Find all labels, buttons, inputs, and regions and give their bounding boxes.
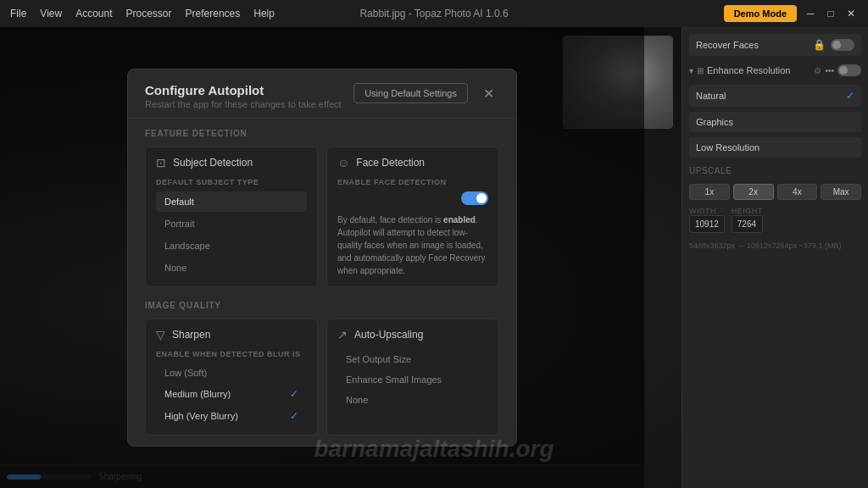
sharpen-icon: ▽ — [156, 328, 165, 341]
natural-item: Natural ✓ — [689, 85, 861, 107]
titlebar: File View Account Processor Preferences … — [0, 0, 868, 27]
face-detection-header: ☺ Face Detection — [337, 156, 488, 169]
auto-upscaling-title: Auto-Upscaling — [354, 329, 423, 341]
configure-autopilot-modal: Configure Autopilot Restart the app for … — [127, 69, 517, 446]
modal-title: Configure Autopilot — [145, 83, 344, 97]
subject-option-default[interactable]: Default — [156, 191, 307, 212]
height-field-group: HEIGHT 7264 — [732, 207, 763, 233]
menu-preferences[interactable]: Preferences — [186, 8, 241, 19]
upscale-max-button[interactable]: Max — [821, 184, 861, 200]
maximize-button[interactable]: □ — [824, 7, 837, 20]
menu-account[interactable]: Account — [75, 8, 112, 19]
blur-detection-label: ENABLE WHEN DETECTED BLUR IS — [156, 350, 307, 358]
blur-option-medium-label: Medium (Blurry) — [164, 389, 231, 399]
subject-option-landscape[interactable]: Landscape — [156, 236, 307, 256]
upscaling-options-list: Set Output Size Enhance Small Images Non… — [337, 350, 488, 409]
enhance-resolution-label: Enhance Resolution — [707, 65, 810, 75]
subject-detection-header: ⊡ Subject Detection — [156, 156, 307, 169]
face-detection-title: Face Detection — [356, 157, 425, 169]
natural-label: Natural — [696, 91, 726, 101]
image-quality-header: IMAGE QUALITY — [145, 301, 499, 310]
checkmark-icon: ✓ — [846, 90, 854, 102]
auto-upscaling-header: ↗ Auto-Upscaling — [337, 328, 488, 341]
enhance-settings-icon: ⚙ — [814, 66, 821, 75]
recover-faces-toggle[interactable] — [831, 39, 854, 51]
face-detection-toggle[interactable] — [461, 191, 488, 205]
blur-option-high-label: High (Very Blurry) — [164, 411, 238, 421]
low-resolution-label: Low Resolution — [696, 142, 760, 152]
auto-upscaling-card: ↗ Auto-Upscaling Set Output Size Enhance… — [326, 319, 499, 435]
image-quality-grid: ▽ Sharpen ENABLE WHEN DETECTED BLUR IS L… — [145, 319, 499, 435]
width-label: WIDTH — [689, 207, 725, 215]
dots-icon: ••• — [825, 66, 834, 75]
sharpen-card: ▽ Sharpen ENABLE WHEN DETECTED BLUR IS L… — [145, 319, 318, 435]
menu-view[interactable]: View — [40, 8, 62, 19]
upscale-4x-button[interactable]: 4x — [777, 184, 818, 200]
blur-option-low[interactable]: Low (Soft) — [156, 363, 307, 382]
subject-options-list: Default Portrait Landscape None — [156, 191, 307, 278]
subject-detection-icon: ⊡ — [156, 156, 166, 169]
size-info: 5488x3632px → 10912x7264px ~379.1 (MB) — [689, 241, 861, 250]
modal-body: FEATURE DETECTION ⊡ Subject Detection DE… — [128, 119, 516, 446]
menu-bar[interactable]: File View Account Processor Preferences … — [10, 8, 275, 19]
height-field[interactable]: 7264 — [732, 215, 763, 233]
window-controls[interactable]: Demo Mode ─ □ ✕ — [724, 5, 858, 22]
blur-option-medium[interactable]: Medium (Blurry) ✓ — [156, 384, 307, 404]
upscale-1x-button[interactable]: 1x — [689, 184, 730, 200]
background-area: Configure Autopilot Restart the app for … — [0, 27, 868, 488]
menu-processor[interactable]: Processor — [126, 8, 172, 19]
menu-file[interactable]: File — [10, 8, 26, 19]
enable-face-detection-label: ENABLE FACE DETECTION — [337, 178, 488, 186]
modal-header: Configure Autopilot Restart the app for … — [128, 69, 516, 119]
upscale-section-label: UPSCALE — [689, 163, 861, 177]
width-field-group: WIDTH 10912 — [689, 207, 725, 233]
using-default-settings-button[interactable]: Using Default Settings — [353, 83, 468, 103]
upscaling-option-none[interactable]: None — [337, 391, 488, 409]
subject-option-none[interactable]: None — [156, 258, 307, 278]
minimize-button[interactable]: ─ — [804, 7, 817, 20]
recover-faces-item: Recover Faces 🔒 — [689, 34, 861, 56]
upscaling-option-enhance-small[interactable]: Enhance Small Images — [337, 370, 488, 389]
subject-option-portrait[interactable]: Portrait — [156, 214, 307, 234]
face-detection-toggle-row — [337, 191, 488, 205]
modal-close-button[interactable]: ✕ — [478, 84, 499, 103]
sharpen-title: Sharpen — [172, 329, 210, 341]
upscale-2x-button[interactable]: 2x — [733, 184, 774, 200]
auto-upscaling-icon: ↗ — [337, 328, 348, 341]
blur-option-high[interactable]: High (Very Blurry) ✓ — [156, 406, 307, 426]
upscaling-option-set-output-size[interactable]: Set Output Size — [337, 350, 488, 369]
demo-mode-button[interactable]: Demo Mode — [724, 5, 797, 22]
feature-detection-grid: ⊡ Subject Detection DEFAULT SUBJECT TYPE… — [145, 147, 499, 287]
upscale-buttons: 1x 2x 4x Max — [689, 184, 861, 200]
graphics-label: Graphics — [696, 117, 733, 127]
right-panel: Recover Faces 🔒 ▾ ⊞ Enhance Resolution ⚙… — [682, 27, 868, 488]
low-resolution-item: Low Resolution — [689, 137, 861, 158]
dimensions-row: WIDTH 10912 HEIGHT 7264 — [689, 207, 861, 233]
enhance-resolution-icon: ⊞ — [697, 66, 704, 75]
modal-title-group: Configure Autopilot Restart the app for … — [145, 83, 344, 109]
chevron-icon: ▾ — [689, 66, 693, 75]
width-field[interactable]: 10912 — [689, 215, 725, 233]
sharpen-header: ▽ Sharpen — [156, 328, 307, 341]
default-subject-type-label: DEFAULT SUBJECT TYPE — [156, 178, 307, 186]
blur-option-medium-check: ✓ — [290, 388, 298, 400]
height-label: HEIGHT — [732, 207, 763, 215]
face-detection-card: ☺ Face Detection ENABLE FACE DETECTION B… — [326, 147, 499, 287]
face-detection-icon: ☺ — [337, 156, 349, 169]
subject-detection-title: Subject Detection — [173, 157, 253, 169]
close-button[interactable]: ✕ — [844, 7, 858, 20]
enhance-resolution-row: ▾ ⊞ Enhance Resolution ⚙ ••• — [689, 61, 861, 80]
modal-overlay: Configure Autopilot Restart the app for … — [0, 27, 644, 488]
recover-faces-label: Recover Faces — [696, 40, 759, 50]
blur-option-low-label: Low (Soft) — [164, 368, 207, 378]
face-detection-description: By default, face detection is enabled. A… — [337, 214, 488, 277]
menu-help[interactable]: Help — [253, 8, 275, 19]
subject-detection-card: ⊡ Subject Detection DEFAULT SUBJECT TYPE… — [145, 147, 318, 287]
modal-subtitle: Restart the app for these changes to tak… — [145, 99, 344, 109]
graphics-item: Graphics — [689, 112, 861, 132]
window-title: Rabbit.jpg - Topaz Photo AI 1.0.6 — [359, 8, 508, 19]
lock-icon: 🔒 — [813, 39, 826, 51]
feature-detection-header: FEATURE DETECTION — [145, 129, 499, 138]
enhance-resolution-toggle[interactable] — [837, 64, 861, 76]
blur-options-list: Low (Soft) Medium (Blurry) ✓ High (Very … — [156, 363, 307, 426]
